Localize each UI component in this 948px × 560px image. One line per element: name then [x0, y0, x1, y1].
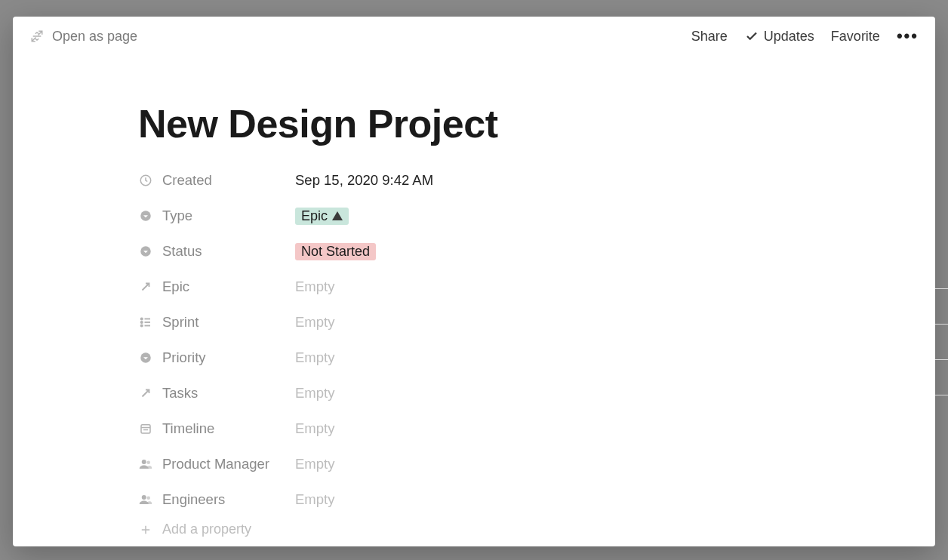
- property-label-text: Sprint: [162, 314, 199, 331]
- property-value-engineers[interactable]: Empty: [295, 491, 334, 508]
- calendar-icon: [138, 421, 153, 436]
- tag-text: Not Started: [301, 244, 370, 260]
- share-label: Share: [691, 29, 728, 45]
- property-value-status[interactable]: Not Started: [295, 243, 376, 260]
- clock-icon: [138, 173, 153, 188]
- add-property-label: Add a property: [162, 522, 251, 537]
- property-label-text: Product Manager: [162, 456, 269, 472]
- property-value-epic[interactable]: Empty: [295, 278, 334, 295]
- property-row-timeline: Timeline Empty: [138, 417, 935, 440]
- property-label-engineers[interactable]: Engineers: [138, 491, 295, 508]
- checkmark-icon: [744, 29, 759, 44]
- open-as-page-label: Open as page: [52, 29, 137, 45]
- property-value-product-manager[interactable]: Empty: [295, 456, 334, 472]
- tag-text: Epic: [301, 208, 328, 224]
- page-content: New Design Project Created Sep 15, 2020 …: [13, 56, 935, 546]
- property-value-tasks[interactable]: Empty: [295, 385, 334, 402]
- list-icon: [138, 315, 153, 330]
- property-row-product-manager: Product Manager Empty: [138, 453, 935, 475]
- relation-icon: [138, 386, 153, 401]
- favorite-button[interactable]: Favorite: [831, 29, 880, 45]
- relation-icon: [138, 279, 153, 294]
- property-label-text: Epic: [162, 278, 189, 295]
- topbar-actions: Share Updates Favorite •••: [691, 26, 919, 46]
- property-row-sprint: Sprint Empty: [138, 311, 935, 334]
- page-modal: Open as page Share Updates Favorite ••• …: [13, 17, 935, 546]
- property-row-priority: Priority Empty: [138, 346, 935, 369]
- add-property-button[interactable]: Add a property: [138, 522, 935, 537]
- person-icon: [138, 457, 153, 472]
- dots-icon: •••: [897, 26, 919, 45]
- mountain-icon: [332, 211, 343, 220]
- svg-point-3: [141, 318, 143, 319]
- background-rows-hint: [935, 288, 948, 469]
- select-icon: [138, 244, 153, 259]
- property-row-epic: Epic Empty: [138, 275, 935, 298]
- property-label-type[interactable]: Type: [138, 208, 295, 224]
- property-row-status: Status Not Started: [138, 240, 935, 263]
- property-label-text: Priority: [162, 349, 206, 366]
- property-label-text: Type: [162, 208, 192, 224]
- property-value-sprint[interactable]: Empty: [295, 314, 334, 331]
- select-icon: [138, 350, 153, 365]
- status-tag: Not Started: [295, 243, 376, 260]
- svg-rect-10: [141, 425, 150, 433]
- property-value-timeline[interactable]: Empty: [295, 420, 334, 437]
- property-value-priority[interactable]: Empty: [295, 349, 334, 366]
- property-value-type[interactable]: Epic: [295, 208, 349, 225]
- share-button[interactable]: Share: [691, 29, 728, 45]
- svg-point-14: [147, 461, 151, 465]
- property-label-product-manager[interactable]: Product Manager: [138, 456, 295, 472]
- property-row-tasks: Tasks Empty: [138, 382, 935, 405]
- property-label-text: Tasks: [162, 385, 198, 402]
- property-label-status[interactable]: Status: [138, 243, 295, 260]
- property-label-tasks[interactable]: Tasks: [138, 385, 295, 402]
- more-menu-button[interactable]: •••: [897, 26, 919, 46]
- favorite-label: Favorite: [831, 29, 880, 45]
- properties-list: Created Sep 15, 2020 9:42 AM Type Epic: [138, 169, 935, 511]
- property-label-text: Timeline: [162, 420, 214, 437]
- property-row-engineers: Engineers Empty: [138, 488, 935, 511]
- svg-point-4: [141, 322, 143, 323]
- content-scroll-area[interactable]: New Design Project Created Sep 15, 2020 …: [13, 56, 935, 546]
- property-label-timeline[interactable]: Timeline: [138, 420, 295, 437]
- property-label-epic[interactable]: Epic: [138, 278, 295, 295]
- property-label-text: Engineers: [162, 491, 225, 508]
- svg-point-13: [142, 460, 146, 464]
- svg-point-16: [147, 497, 151, 500]
- updates-label: Updates: [764, 29, 814, 45]
- property-label-text: Created: [162, 172, 212, 189]
- svg-point-5: [141, 325, 143, 326]
- modal-topbar: Open as page Share Updates Favorite •••: [13, 17, 935, 56]
- expand-icon: [29, 29, 45, 44]
- property-label-priority[interactable]: Priority: [138, 349, 295, 366]
- property-value-created[interactable]: Sep 15, 2020 9:42 AM: [295, 172, 433, 189]
- updates-button[interactable]: Updates: [744, 29, 814, 45]
- plus-icon: [138, 522, 153, 537]
- open-as-page-button[interactable]: Open as page: [29, 29, 137, 45]
- select-icon: [138, 208, 153, 223]
- property-label-sprint[interactable]: Sprint: [138, 314, 295, 331]
- property-row-created: Created Sep 15, 2020 9:42 AM: [138, 169, 935, 192]
- property-label-text: Status: [162, 243, 202, 260]
- type-tag: Epic: [295, 208, 349, 225]
- page-title[interactable]: New Design Project: [138, 101, 935, 146]
- svg-point-15: [142, 495, 146, 500]
- property-row-type: Type Epic: [138, 205, 935, 227]
- person-icon: [138, 492, 153, 507]
- property-label-created[interactable]: Created: [138, 172, 295, 189]
